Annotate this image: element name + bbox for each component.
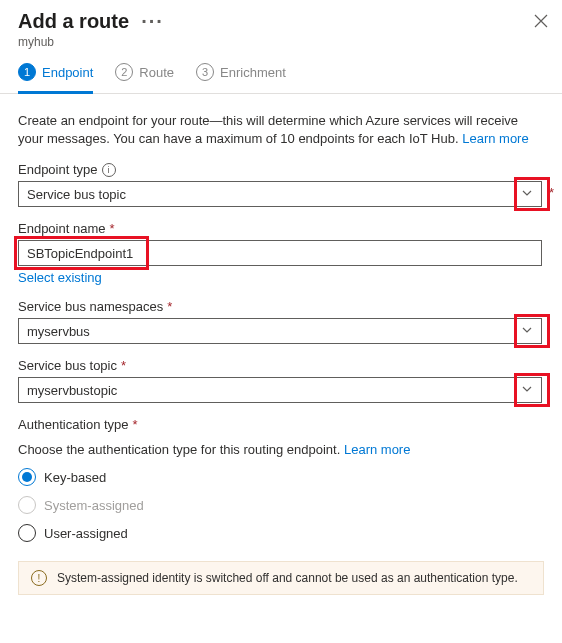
chevron-down-icon — [521, 187, 533, 202]
required-indicator: * — [167, 299, 172, 314]
endpoint-name-label: Endpoint name — [18, 221, 105, 236]
required-indicator: * — [109, 221, 114, 236]
radio-system-assigned — [18, 496, 36, 514]
select-existing-link[interactable]: Select existing — [18, 270, 102, 285]
info-icon[interactable]: i — [102, 163, 116, 177]
tab-step-number: 3 — [196, 63, 214, 81]
close-icon[interactable] — [534, 14, 548, 32]
tab-step-number: 1 — [18, 63, 36, 81]
chevron-down-icon — [521, 383, 533, 398]
tab-label: Route — [139, 65, 174, 80]
auth-type-label: Authentication type — [18, 417, 129, 432]
radio-label: User-assigned — [44, 526, 128, 541]
auth-type-radios: Key-based System-assigned User-assigned — [18, 463, 544, 547]
namespaces-label: Service bus namespaces — [18, 299, 163, 314]
hub-name: myhub — [18, 35, 544, 49]
namespaces-select[interactable]: myservbus — [18, 318, 542, 344]
auth-helper-text: Choose the authentication type for this … — [18, 442, 544, 457]
radio-user-assigned[interactable] — [18, 524, 36, 542]
intro-text: Create an endpoint for your route—this w… — [18, 112, 544, 148]
endpoint-name-input[interactable]: SBTopicEndpoint1 — [18, 240, 542, 266]
radio-label: Key-based — [44, 470, 106, 485]
topic-select[interactable]: myservbustopic — [18, 377, 542, 403]
tab-endpoint[interactable]: 1 Endpoint — [18, 63, 93, 94]
tab-step-number: 2 — [115, 63, 133, 81]
endpoint-type-select[interactable]: Service bus topic — [18, 181, 542, 207]
tab-route[interactable]: 2 Route — [115, 63, 174, 94]
learn-more-link[interactable]: Learn more — [462, 131, 528, 146]
tab-enrichment[interactable]: 3 Enrichment — [196, 63, 286, 94]
warning-banner: ! System-assigned identity is switched o… — [18, 561, 544, 595]
required-indicator: * — [549, 185, 554, 200]
required-indicator: * — [133, 417, 138, 432]
auth-learn-more-link[interactable]: Learn more — [344, 442, 410, 457]
required-indicator: * — [121, 358, 126, 373]
topic-label: Service bus topic — [18, 358, 117, 373]
tab-label: Endpoint — [42, 65, 93, 80]
radio-label: System-assigned — [44, 498, 144, 513]
tab-label: Enrichment — [220, 65, 286, 80]
more-icon[interactable]: ··· — [141, 10, 164, 33]
endpoint-type-label: Endpoint type — [18, 162, 98, 177]
chevron-down-icon — [521, 324, 533, 339]
wizard-tabs: 1 Endpoint 2 Route 3 Enrichment — [0, 49, 562, 94]
warning-icon: ! — [31, 570, 47, 586]
radio-key-based[interactable] — [18, 468, 36, 486]
panel-title: Add a route — [18, 10, 129, 33]
